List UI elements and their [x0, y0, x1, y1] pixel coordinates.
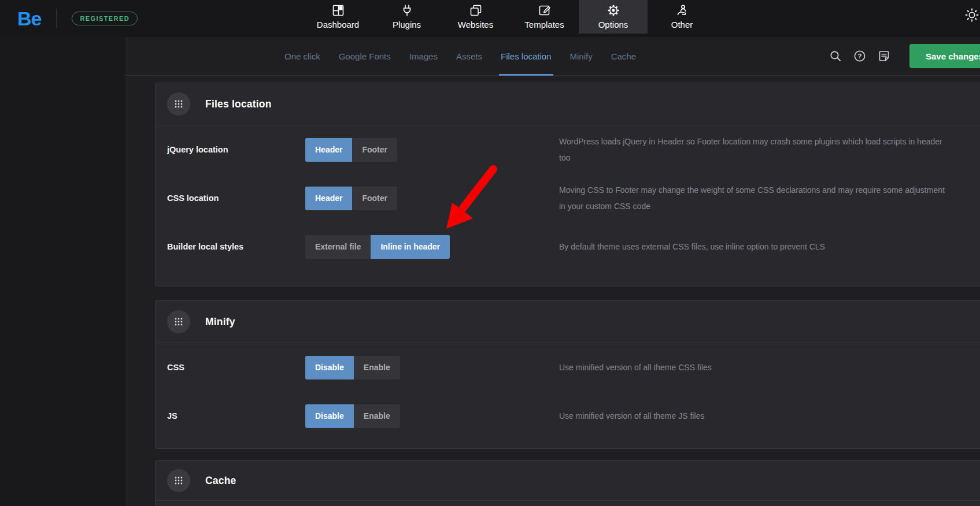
- gear-icon: [607, 3, 620, 17]
- nav-label: Dashboard: [317, 20, 359, 29]
- grid-dots-icon: [174, 476, 183, 485]
- nav-item-other[interactable]: Other: [648, 0, 716, 37]
- nav-item-websites[interactable]: Websites: [441, 0, 510, 37]
- search-button[interactable]: [823, 49, 848, 63]
- option-label: CSS location: [167, 194, 305, 203]
- toggle-footer[interactable]: Footer: [352, 187, 397, 210]
- grid-dots-icon: [174, 317, 183, 326]
- registered-badge: REGISTERED: [72, 12, 138, 25]
- option-description: Use minified version of all theme JS fil…: [559, 408, 967, 424]
- websites-icon: [469, 3, 483, 17]
- tabs: One click Google Fonts Images Assets Fil…: [275, 37, 645, 75]
- tab-google-fonts[interactable]: Google Fonts: [330, 37, 400, 75]
- nav-label: Templates: [524, 20, 564, 29]
- option-row-builder-local-styles: Builder local styles External file Inlin…: [156, 222, 980, 271]
- section-header: Files location: [156, 83, 980, 125]
- svg-text:?: ?: [857, 53, 861, 59]
- option-label: jQuery location: [167, 145, 305, 154]
- nav-label: Websites: [458, 20, 493, 29]
- tab-images[interactable]: Images: [400, 37, 447, 75]
- toggle-disable[interactable]: Disable: [305, 356, 354, 380]
- nav-label: Plugins: [393, 20, 421, 29]
- option-description: Use minified version of all theme CSS fi…: [559, 359, 967, 375]
- section-title: Cache: [205, 475, 236, 487]
- option-row-minify-js: JS Disable Enable Use minified version o…: [156, 392, 980, 440]
- dashboard-icon: [331, 3, 345, 17]
- options-tabbar: One click Google Fonts Images Assets Fil…: [126, 37, 980, 76]
- help-icon: ?: [853, 49, 867, 63]
- tab-assets[interactable]: Assets: [447, 37, 491, 75]
- option-label: CSS: [167, 363, 305, 372]
- toggle-group: Header Footer: [305, 187, 397, 210]
- support-icon: [675, 3, 689, 17]
- toggle-header[interactable]: Header: [305, 138, 352, 162]
- toggle-header[interactable]: Header: [305, 187, 352, 210]
- main-nav: Dashboard Plugins Websites Templates: [304, 0, 716, 37]
- option-description: By default theme uses external CSS files…: [559, 239, 967, 255]
- tab-one-click[interactable]: One click: [275, 37, 330, 75]
- tab-minify[interactable]: Minify: [561, 37, 602, 75]
- section-title: Minify: [205, 316, 235, 328]
- option-row-jquery-location: jQuery location Header Footer WordPress …: [156, 125, 980, 174]
- drag-handle[interactable]: [167, 310, 190, 333]
- section-files-location: Files location jQuery location Header Fo…: [155, 83, 980, 287]
- options-content: Files location jQuery location Header Fo…: [126, 76, 980, 506]
- toggle-group: Disable Enable: [305, 356, 400, 380]
- toggle-enable[interactable]: Enable: [354, 404, 400, 428]
- topbar: Be REGISTERED Dashboard Plugins: [0, 0, 980, 37]
- option-description: WordPress loads jQuery in Header so Foot…: [559, 133, 967, 166]
- changelog-button[interactable]: [872, 49, 896, 63]
- nav-label: Other: [671, 20, 693, 29]
- template-edit-icon: [538, 3, 552, 17]
- grid-dots-icon: [174, 99, 183, 109]
- section-rows: jQuery location Header Footer WordPress …: [156, 125, 980, 286]
- help-button[interactable]: ?: [848, 49, 872, 63]
- search-icon: [829, 49, 842, 63]
- betheme-logo: Be: [17, 9, 41, 28]
- section-header: Minify: [156, 301, 980, 343]
- toggle-disable[interactable]: Disable: [305, 404, 354, 428]
- nav-item-plugins[interactable]: Plugins: [372, 0, 441, 37]
- tabbar-actions: ? Save changes: [823, 37, 980, 75]
- section-header: Cache: [156, 461, 980, 500]
- section-rows: CSS Disable Enable Use minified version …: [156, 343, 980, 448]
- section-title: Files location: [205, 98, 272, 110]
- option-description: Moving CSS to Footer may change the weig…: [559, 182, 967, 214]
- drag-handle[interactable]: [167, 92, 190, 116]
- nav-item-options[interactable]: Options: [579, 0, 648, 34]
- nav-item-templates[interactable]: Templates: [510, 0, 579, 37]
- option-label: JS: [167, 411, 305, 421]
- toggle-group: External file Inline in header: [305, 235, 450, 259]
- section-minify: Minify CSS Disable Enable Use minified v…: [155, 300, 980, 449]
- toggle-group: Header Footer: [305, 138, 397, 162]
- tab-files-location[interactable]: Files location: [491, 37, 561, 75]
- divider: [56, 9, 57, 28]
- toggle-enable[interactable]: Enable: [354, 356, 400, 380]
- toggle-group: Disable Enable: [305, 404, 400, 428]
- plug-icon: [400, 3, 414, 17]
- section-cache: Cache: [155, 460, 980, 506]
- option-row-css-location: CSS location Header Footer Moving CSS to…: [156, 174, 980, 222]
- option-row-minify-css: CSS Disable Enable Use minified version …: [156, 343, 980, 392]
- theme-toggle[interactable]: [964, 8, 979, 25]
- toggle-external-file[interactable]: External file: [305, 235, 371, 259]
- nav-label: Options: [598, 20, 628, 29]
- nav-item-dashboard[interactable]: Dashboard: [304, 0, 372, 37]
- changelog-icon: [877, 49, 891, 63]
- toggle-footer[interactable]: Footer: [352, 138, 397, 162]
- tab-cache[interactable]: Cache: [602, 37, 645, 75]
- save-changes-button[interactable]: Save changes: [909, 44, 980, 68]
- drag-handle[interactable]: [167, 469, 190, 492]
- sun-icon: [964, 8, 979, 23]
- section-rows: [156, 501, 980, 506]
- sidebar: [0, 37, 126, 506]
- option-label: Builder local styles: [167, 242, 305, 251]
- toggle-inline-in-header[interactable]: Inline in header: [371, 235, 450, 259]
